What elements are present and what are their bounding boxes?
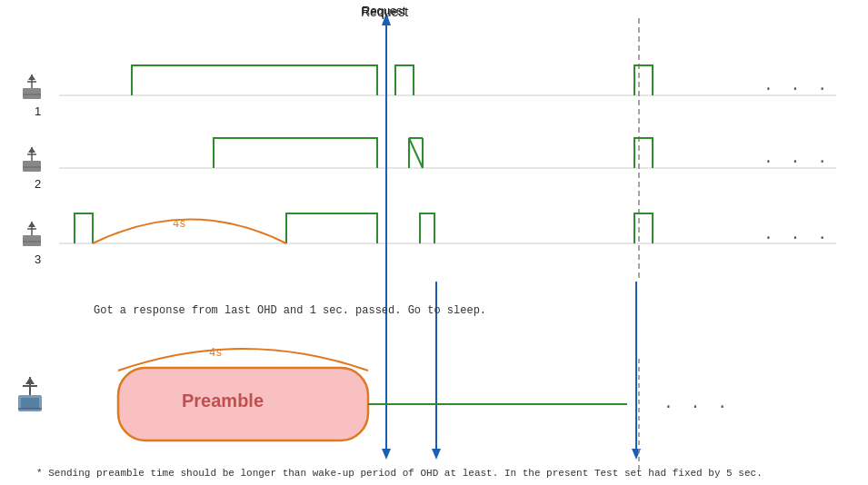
dots-device1: · · · xyxy=(763,80,831,98)
dots-preamble: · · · xyxy=(663,398,731,416)
svg-marker-24 xyxy=(28,147,35,153)
svg-rect-20 xyxy=(23,88,41,99)
device-3-label: 3 xyxy=(35,252,41,266)
dots-device2: · · · xyxy=(763,153,831,171)
device-2-label: 2 xyxy=(35,177,41,191)
duration-label-device3: 4s xyxy=(173,218,185,231)
timing-diagram: Request 1 2 3 4s 4s · · · · · · · · · · … xyxy=(0,0,868,485)
duration-label-preamble: 4s xyxy=(209,347,222,360)
preamble-label: Preamble xyxy=(182,391,264,411)
svg-marker-9 xyxy=(382,449,391,460)
svg-rect-25 xyxy=(23,161,41,172)
svg-rect-30 xyxy=(23,235,41,246)
caption-text: Got a response from last OHD and 1 sec. … xyxy=(94,304,486,317)
diagram-svg xyxy=(0,0,868,485)
request-title: Request xyxy=(361,5,408,19)
svg-marker-19 xyxy=(28,74,35,80)
dots-device3: · · · xyxy=(763,229,831,247)
svg-marker-11 xyxy=(432,449,441,460)
svg-marker-34 xyxy=(25,377,35,384)
svg-marker-29 xyxy=(28,222,35,227)
footer-text: * Sending preamble time should be longer… xyxy=(36,468,763,479)
device-1-label: 1 xyxy=(35,104,41,118)
svg-rect-36 xyxy=(21,398,39,409)
